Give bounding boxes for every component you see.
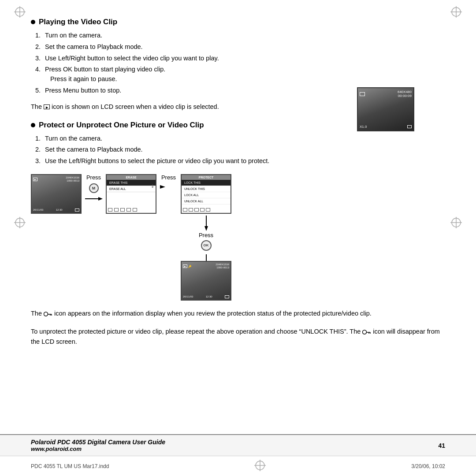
bottom-bar: PDC 4055 TL UM US Mar17.indd 3/20/06, 10…	[0, 456, 476, 476]
para2: To unprotect the protected picture or vi…	[31, 327, 445, 347]
main-content: Playing the Video Clip 1. Turn on the ca…	[0, 0, 476, 434]
protect-title-bar: PROTECT	[182, 175, 231, 180]
erase-menu-screen: ERASE ERASE THIS ERASE ALL ⇕	[106, 174, 156, 214]
m-button: M	[89, 183, 99, 193]
footer-left: Polaroid PDC 4055 Digital Camera User Gu…	[31, 439, 165, 452]
press-label-3: Press	[199, 232, 213, 238]
arrow-right-1	[85, 195, 103, 202]
section2-title-text: Protect or Unprotect One Picture or Vide…	[39, 121, 204, 130]
step-1-2-text: Set the camera to Playback mode.	[45, 42, 445, 52]
diag-screen1-bottom: 26/11/03 12:30	[33, 208, 79, 212]
bottom-right: 3/20/06, 10:02	[411, 463, 445, 469]
unlock-this-item: UNLOCK THIS	[182, 186, 231, 192]
step-2-2-num: 2.	[35, 145, 45, 155]
section2: Protect or Unprotect One Picture or Vide…	[31, 121, 445, 347]
step-2-3-num: 3.	[35, 156, 45, 166]
step-2-3: 3. Use the Left/Right buttons to select …	[35, 156, 445, 166]
cam-mode-icon	[407, 125, 412, 128]
press-label-1: Press	[86, 174, 101, 181]
cam-top-bar: 640X480 00:00:09	[360, 90, 412, 98]
section1-note-text: icon is shown on LCD screen when a video…	[52, 103, 219, 110]
cam-video-icon	[360, 92, 365, 96]
cam-resolution: 640X480 00:00:09	[398, 90, 412, 98]
mini-icon-trash	[108, 208, 112, 212]
diag-time1: 12:30	[56, 208, 63, 211]
step-2-2-text: Set the camera to Playback mode.	[45, 145, 445, 155]
result-cam-icon	[225, 295, 229, 298]
mini-icon-folder	[120, 208, 125, 212]
svg-marker-13	[98, 197, 103, 201]
erase-all-item: ERASE ALL	[107, 186, 156, 192]
para1-text: icon appears on the information display …	[54, 310, 372, 317]
bullet-dot-2	[31, 123, 35, 127]
right-col-wrapper: PROTECT LOCK THIS UNLOCK THIS LOCK ALL U…	[181, 174, 231, 301]
press-label-2: Press	[161, 174, 176, 181]
step-1-3-text: Use Left/Right button to select the vide…	[45, 54, 445, 63]
diag-date1: 26/11/03	[33, 208, 43, 211]
svg-point-18	[44, 312, 48, 316]
protect-menu-screen: PROTECT LOCK THIS UNLOCK THIS LOCK ALL U…	[181, 174, 231, 214]
diag-play-icon: ▶	[33, 178, 37, 181]
section1-steps: 1. Turn on the camera. 2. Set the camera…	[35, 31, 445, 96]
result-lock-icon: 🔑	[188, 265, 191, 268]
step-2-1: 1. Turn on the camera.	[35, 134, 445, 144]
result-screen: ▶ 🔑 2048X1536 1000-0013 26/11/03	[181, 261, 231, 301]
prot-icon-trash	[183, 208, 187, 212]
lock-all-item: LOCK ALL	[182, 192, 231, 198]
key-icon-inline-2	[362, 329, 371, 335]
diag-cam-icon1	[75, 208, 79, 212]
footer-brand: Polaroid PDC 4055 Digital Camera User Gu…	[31, 439, 165, 446]
para1: The icon appears on the information disp…	[31, 309, 445, 319]
prot-icon-arrow	[200, 208, 205, 212]
step-1-1: 1. Turn on the camera.	[35, 31, 445, 41]
press-arrow-col: Press	[156, 174, 181, 194]
page-container: Playing the Video Clip 1. Turn on the ca…	[0, 0, 476, 476]
erase-scroll: ⇕	[151, 184, 154, 189]
cam-screen-inner: 640X480 00:00:09 X1.0	[358, 88, 413, 130]
protect-bottom-icons	[183, 208, 229, 212]
step-1-4-text: Press OK button to start playing video c…	[45, 65, 445, 84]
right-top-row: PROTECT LOCK THIS UNLOCK THIS LOCK ALL U…	[181, 174, 231, 214]
step-1-2-num: 2.	[35, 42, 45, 52]
mini-icon-lock	[114, 208, 119, 212]
svg-marker-16	[205, 226, 208, 231]
result-res: 2048X1536 1000-0013	[216, 263, 229, 269]
erase-menu-title: ERASE	[107, 175, 156, 180]
arrow-right-2	[160, 183, 178, 190]
section1-title-text: Playing the Video Clip	[39, 18, 117, 26]
footer: Polaroid PDC 4055 Digital Camera User Gu…	[0, 434, 476, 456]
press-m-col: Press M	[82, 174, 106, 206]
footer-page: 41	[438, 442, 445, 449]
step-2-1-text: Turn on the camera.	[45, 134, 445, 144]
svg-point-22	[363, 330, 367, 334]
section1: Playing the Video Clip 1. Turn on the ca…	[31, 18, 445, 112]
diag-screen1-col: ▶ 2048X1536 1000-0013 26/11/03 12:30	[31, 174, 82, 214]
footer-url: www.polaroid.com	[31, 446, 165, 452]
ok-button: OK	[201, 240, 212, 251]
arrow-right-2-svg	[160, 183, 178, 190]
mini-icon-arrow	[126, 208, 131, 212]
press-ok-area: Press OK ▶ 🔑	[181, 216, 231, 301]
step-1-2: 2. Set the camera to Playback mode.	[35, 42, 445, 52]
arrow-down-svg	[203, 216, 210, 231]
bullet-dot-1	[31, 20, 35, 24]
bottom-left: PDC 4055 TL UM US Mar17.indd	[31, 463, 109, 469]
arrow-up-result-svg	[203, 252, 210, 261]
prot-icon-lock	[189, 208, 193, 212]
step-1-3: 3. Use Left/Right button to select the v…	[35, 54, 445, 63]
result-play-icon: ▶	[183, 264, 187, 268]
erase-this-item: ERASE THIS	[107, 180, 156, 186]
section1-title: Playing the Video Clip	[31, 18, 445, 26]
step-2-2: 2. Set the camera to Playback mode.	[35, 145, 445, 155]
lock-this-item: LOCK THIS	[182, 180, 231, 186]
prot-icon-play	[206, 208, 210, 212]
step-1-1-num: 1.	[35, 31, 45, 41]
erase-menu-col: ERASE ERASE THIS ERASE ALL ⇕	[106, 174, 156, 214]
camera-screen-section1: 640X480 00:00:09 X1.0	[357, 87, 414, 131]
key-icon-inline	[44, 311, 52, 317]
unlock-all-item: UNLOCK ALL	[182, 198, 231, 205]
arrow-right-1-svg	[85, 195, 103, 202]
diag-screen1: ▶ 2048X1536 1000-0013 26/11/03 12:30	[31, 174, 82, 214]
diagram-area: ▶ 2048X1536 1000-0013 26/11/03 12:30	[31, 174, 445, 301]
result-screen-top: ▶ 🔑 2048X1536 1000-0013	[183, 263, 229, 269]
